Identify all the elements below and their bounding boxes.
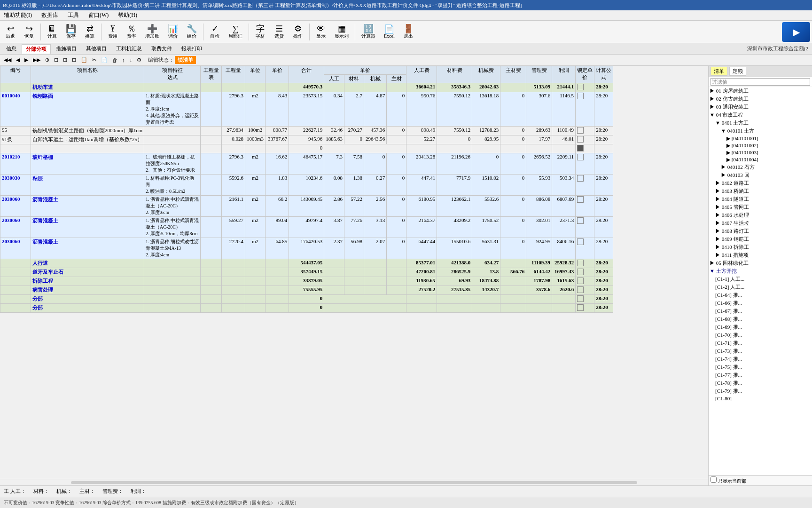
menu-help[interactable]: 帮助(H) (116, 10, 139, 20)
table-row[interactable]: 95 铣刨机铣刨混凝土路面（铣刨宽2000mm）厚1cm 27.9634 100… (0, 127, 613, 135)
tree-item-040101_4[interactable]: ▶ [040101004] (709, 156, 812, 163)
tree-item-0401[interactable]: ▼ 0401 土方工 (709, 119, 812, 127)
table-row[interactable]: 2010210 玻纤格栅 1、玻璃纤维工格栅，抗拉强度≥50KN/m 2、其他：… (0, 153, 613, 175)
table-row[interactable]: 病害处理 75555.95 27520.2 27515.85 1432 (0, 286, 613, 295)
tree-item-c1-74[interactable]: [C1-74] 推... (709, 355, 812, 363)
table-row[interactable]: 人行道 544437.05 85377.01 421388.0 634 (0, 259, 613, 268)
tab-section[interactable]: 分部分项 (22, 44, 51, 54)
cell-lock[interactable] (576, 135, 594, 144)
menu-tools[interactable]: 工具 (66, 10, 81, 20)
table-row[interactable]: 0010040 铣刨路面 1. 材质:现状水泥混凝土路面 2. 厚度:1cm 3… (0, 92, 613, 127)
tree-item-c1-73[interactable]: [C1-73] 推... (709, 347, 812, 355)
tree-item-c1-2[interactable]: [C1-2] 人工... (709, 283, 812, 291)
convert-button[interactable]: ⇄换算 (81, 22, 98, 42)
back-button[interactable]: ↩后退 (2, 22, 19, 42)
nav-next[interactable]: ▶ (23, 56, 30, 64)
fee-button[interactable]: ¥费用 (104, 22, 121, 42)
excel-button[interactable]: 📄Excel (381, 22, 398, 42)
tree-item-0406[interactable]: ▶ 0406 水处理 (709, 211, 812, 219)
tree-item-01[interactable]: ▶ 01 房屋建筑工 (709, 87, 812, 95)
h-scrollbar[interactable] (0, 479, 708, 485)
table-row[interactable]: 拆除工程 33879.05 11930.65 69.93 18474. (0, 277, 613, 286)
cell-lock[interactable] (576, 286, 594, 295)
select-button[interactable]: ☰选货 (271, 22, 288, 42)
cell-lock[interactable] (576, 153, 594, 175)
add-qty-button[interactable]: ➕增加数 (142, 22, 163, 42)
menu-auxiliary[interactable]: 辅助功能(I) (2, 10, 34, 20)
tab-measures[interactable]: 措施项目 (52, 44, 81, 54)
cell-lock[interactable] (576, 196, 594, 217)
cell-lock[interactable] (576, 259, 594, 268)
cell-lock[interactable] (576, 127, 594, 135)
exit-button[interactable]: 🚪退出 (400, 22, 417, 42)
material-button[interactable]: 字字材 (252, 22, 269, 42)
tree-item-c1-79[interactable]: [C1-79] 推... (709, 387, 812, 395)
menu-database[interactable]: 数据库 (39, 10, 60, 20)
calc-button[interactable]: 🖩计算 (44, 22, 61, 42)
tree-item-c1-80[interactable]: [C1-80] (709, 395, 812, 402)
copy-btn[interactable]: 📋 (79, 56, 89, 64)
table-row[interactable]: 2030060 沥青混凝土 1. 沥青品种:细粒式改性沥青混凝土SMA-13 2… (0, 238, 613, 259)
delete-btn[interactable]: 🗑 (110, 56, 119, 64)
rp-filter-input[interactable] (710, 78, 810, 86)
nav-prev[interactable]: ◀ (14, 56, 22, 64)
compose-price-button[interactable]: 🔧组价 (183, 22, 200, 42)
restore-button[interactable]: ↪恢复 (21, 22, 38, 42)
tree-item-c1-1[interactable]: [C1-1] 人工... (709, 275, 812, 283)
tree-item-040101_3[interactable]: ▶ [040101003] (709, 149, 812, 156)
adjust-price-button[interactable]: 📊调价 (164, 22, 181, 42)
rate-button[interactable]: ％费率 (123, 22, 140, 42)
table-row[interactable]: 91换 自卸汽车运土，运距增1km调增（基价系数*25） 0.028 1000m… (0, 135, 613, 144)
table-row[interactable]: 道牙及车止石 357449.15 47200.81 286525.9 (0, 268, 613, 277)
tree-item-0402[interactable]: ▶ 0402 道路工 (709, 179, 812, 187)
tree-item-03[interactable]: ▶ 03 通用安装工 (709, 103, 812, 111)
tree-item-02[interactable]: ▶ 02 仿古建筑工 (709, 95, 812, 103)
tree-item-04[interactable]: ▼ 04 市政工程 (709, 111, 812, 119)
rp-tab-quota[interactable]: 定额 (729, 67, 746, 76)
tab-labor-material[interactable]: 工料机汇总 (112, 44, 146, 54)
calculator-button[interactable]: 🔢计算器 (358, 22, 379, 42)
cell-lock[interactable] (576, 268, 594, 277)
tree-item-040102[interactable]: ▶ 040102 石方 (709, 163, 812, 171)
tab-other[interactable]: 其他项目 (82, 44, 111, 54)
cell-lock[interactable] (576, 238, 594, 259)
add-item[interactable]: ⊕ (43, 56, 51, 64)
tree-item-c1-68[interactable]: [C1-68] 推... (709, 315, 812, 323)
tree-item-c1-66[interactable]: [C1-66] 推... (709, 299, 812, 307)
collapse-all[interactable]: ⊟ (70, 56, 78, 64)
table-row[interactable]: 2030060 沥青混凝土 1. 沥青品种:中粒式沥青混凝土（AC-20C） 2… (0, 196, 613, 217)
menu-window[interactable]: 窗口(W) (86, 10, 110, 20)
tree-item-040101_1[interactable]: ▶ [040101001] (709, 135, 812, 142)
tree-item-0403[interactable]: ▶ 0403 桥涵工 (709, 187, 812, 195)
table-row[interactable]: 2030060 沥青混凝土 1. 沥青品种:中粒式沥青混凝土（AC-20C） 2… (0, 217, 613, 238)
tree-item-0411[interactable]: ▶ 0411 措施项 (709, 251, 812, 259)
cell-lock[interactable] (576, 83, 594, 92)
show-current-only-checkbox[interactable]: 只显示当前部 (709, 475, 812, 485)
self-check-button[interactable]: ✓自检 (206, 22, 223, 42)
tab-report[interactable]: 报表打印 (177, 44, 206, 54)
paste-btn[interactable]: 📄 (99, 56, 109, 64)
settings-btn[interactable]: ⚙ (135, 56, 143, 64)
move-down[interactable]: ↓ (128, 56, 134, 64)
cell-lock[interactable] (576, 295, 594, 304)
table-row[interactable]: 分部 0 28 (0, 295, 613, 304)
tree-item-0407[interactable]: ▶ 0407 生活垃 (709, 219, 812, 227)
tree-item-c1-75[interactable]: [C1-75] 推... (709, 363, 812, 371)
tree-container[interactable]: ▶ 01 房屋建筑工▶ 02 仿古建筑工▶ 03 通用安装工▼ 04 市政工程▼… (709, 87, 812, 475)
tree-item-040101[interactable]: ▼ 040101 土方 (709, 127, 812, 135)
tree-item-c1-78[interactable]: [C1-78] 推... (709, 379, 812, 387)
tab-info[interactable]: 信息 (2, 44, 21, 54)
current-only-checkbox[interactable] (710, 476, 717, 483)
expand-all[interactable]: ⊞ (61, 56, 69, 64)
tree-item-0410[interactable]: ▶ 0410 拆除工 (709, 243, 812, 251)
table-row[interactable]: 分部 0 28 (0, 304, 613, 313)
cell-lock[interactable] (576, 92, 594, 127)
display-button[interactable]: 👁显示 (312, 22, 329, 42)
tree-item-040101_2[interactable]: ▶ [040101002] (709, 142, 812, 149)
tree-item-0409[interactable]: ▶ 0409 钢筋工 (709, 235, 812, 243)
remove-item[interactable]: ⊟ (52, 56, 60, 64)
tree-item-05[interactable]: ▶ 05 园林绿化工 (709, 259, 812, 267)
cell-lock[interactable] (576, 144, 594, 153)
rp-tab-list[interactable]: 清单 (710, 67, 727, 76)
operate-button[interactable]: ⚙操作 (289, 22, 306, 42)
